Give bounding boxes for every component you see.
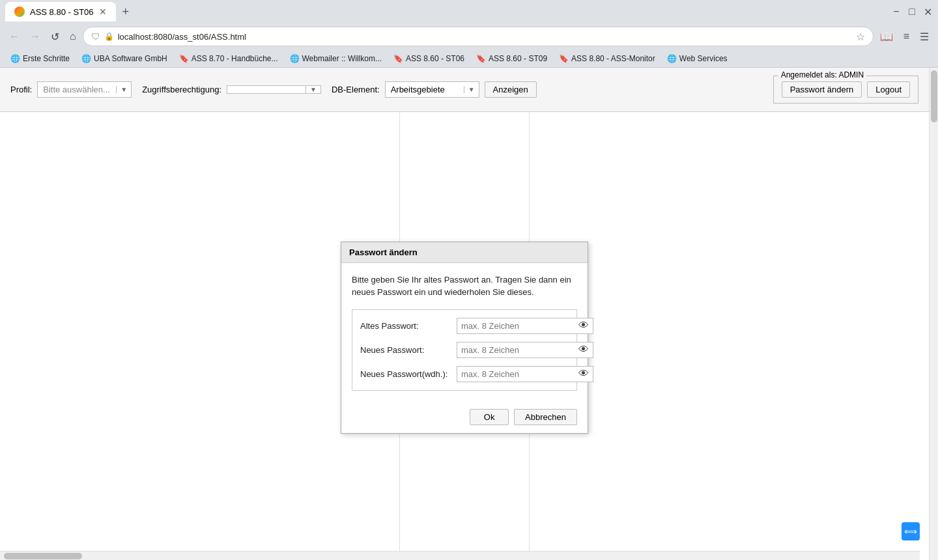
globe-icon: 🌐: [290, 54, 300, 63]
window-controls: − □ ✕: [891, 7, 933, 17]
nav-extras: 📖 ≡ ☰: [876, 28, 933, 46]
bookmark-label: UBA Software GmbH: [94, 54, 167, 63]
bookmark-erste-schritte[interactable]: 🌐 Erste Schritte: [5, 53, 75, 64]
neues-passwort-wdh-input[interactable]: [457, 367, 575, 382]
neues-passwort-eye-button[interactable]: 👁: [575, 343, 593, 357]
zugriffs-label: Zugriffsberechtigung:: [142, 85, 221, 94]
neues-passwort-row: Neues Passwort: 👁: [360, 342, 569, 358]
bookmark-label: Webmailer :: Willkom...: [302, 54, 382, 63]
admin-box-label: Angemeldet als: ADMIN: [778, 70, 866, 79]
dialog-title-bar: Passwort ändern: [341, 242, 588, 263]
profil-select-value[interactable]: Bitte auswählen...: [38, 82, 116, 97]
maximize-button[interactable]: □: [907, 7, 917, 17]
altes-passwort-eye-button[interactable]: 👁: [575, 318, 593, 333]
bookmark-icon: 🔖: [476, 54, 486, 63]
profil-label: Profil:: [10, 85, 32, 94]
zugriffs-select-value[interactable]: [227, 87, 306, 92]
address-bar[interactable]: 🛡 🔒 localhost:8080/ass_st06/ASS.html ☆: [83, 27, 874, 46]
nav-bar: ← → ↺ ⌂ 🛡 🔒 localhost:8080/ass_st06/ASS.…: [0, 23, 938, 49]
refresh-button[interactable]: ↺: [47, 28, 63, 46]
header-bar: Profil: Bitte auswählen... ▼ Zugriffsber…: [0, 68, 929, 112]
altes-passwort-input[interactable]: [457, 318, 575, 333]
dbelement-dropdown-arrow[interactable]: ▼: [464, 86, 479, 93]
dbelement-group: DB-Element: Arbeitsgebiete ▼ Anzeigen: [332, 81, 537, 98]
close-window-button[interactable]: ✕: [922, 7, 933, 17]
dialog-overlay: Passwort ändern Bitte geben Sie Ihr alte…: [0, 112, 929, 560]
dialog-fields: Altes Passwort: 👁 Neues Passwort:: [352, 309, 577, 391]
shield-icon: 🛡: [91, 31, 100, 42]
zugriffs-dropdown-arrow[interactable]: ▼: [306, 86, 320, 93]
bookmarks-bar: 🌐 Erste Schritte 🌐 UBA Software GmbH 🔖 A…: [0, 49, 938, 68]
lock-icon: 🔒: [104, 32, 114, 41]
tab-favicon: [14, 7, 25, 17]
vertical-scroll-thumb[interactable]: [931, 70, 937, 122]
globe-icon: 🌐: [81, 54, 91, 63]
bookmark-ass860-st06[interactable]: 🔖 ASS 8.60 - ST06: [388, 53, 470, 64]
active-tab[interactable]: ASS 8.80 - ST06 ✕: [5, 2, 116, 21]
forward-button[interactable]: →: [26, 28, 44, 45]
dbelement-select-container[interactable]: Arbeitsgebiete ▼: [385, 81, 479, 98]
bookmark-webmailer[interactable]: 🌐 Webmailer :: Willkom...: [285, 53, 387, 64]
dialog-title: Passwort ändern: [349, 247, 418, 257]
passwort-dialog: Passwort ändern Bitte geben Sie Ihr alte…: [341, 242, 588, 434]
bookmark-star-button[interactable]: ☆: [856, 31, 865, 43]
neues-passwort-wdh-row: Neues Passwort(wdh.): 👁: [360, 366, 569, 382]
profil-dropdown-arrow[interactable]: ▼: [116, 86, 131, 93]
altes-passwort-input-wrapper: 👁: [457, 318, 593, 334]
bookmark-web-services[interactable]: 🌐 Web Services: [662, 53, 733, 64]
altes-passwort-label: Altes Passwort:: [360, 321, 451, 331]
bookmark-ass880-monitor[interactable]: 🔖 ASS 8.80 - ASS-Monitor: [554, 53, 661, 64]
logout-button[interactable]: Logout: [867, 81, 910, 98]
bookmark-icon: 🔖: [179, 54, 189, 63]
profil-select-container[interactable]: Bitte auswählen... ▼: [37, 81, 132, 98]
minimize-button[interactable]: −: [891, 7, 902, 17]
zugriffs-select-container[interactable]: ▼: [227, 85, 321, 94]
page-content: Profil: Bitte auswählen... ▼ Zugriffsber…: [0, 68, 929, 560]
bookmark-label: ASS 8.60 - ST09: [489, 54, 547, 63]
bookmark-icon: 🔖: [559, 54, 569, 63]
admin-box-wrapper: Angemeldet als: ADMIN Passwort ändern Lo…: [773, 76, 918, 104]
collections-button[interactable]: ≡: [900, 28, 913, 45]
bookmark-label: Erste Schritte: [23, 54, 70, 63]
bookmark-ass870-handb[interactable]: 🔖 ASS 8.70 - Handbüche...: [174, 53, 283, 64]
address-text: localhost:8080/ass_st06/ASS.html: [118, 32, 852, 42]
tab-bar: ASS 8.80 - ST06 ✕ +: [5, 2, 883, 21]
neues-passwort-input-wrapper: 👁: [457, 342, 593, 358]
title-bar: ASS 8.80 - ST06 ✕ + − □ ✕: [0, 0, 938, 23]
page-area: Profil: Bitte auswählen... ▼ Zugriffsber…: [0, 68, 938, 560]
ok-button[interactable]: Ok: [470, 409, 509, 425]
back-button[interactable]: ←: [5, 28, 23, 45]
dbelement-label: DB-Element:: [332, 85, 380, 94]
globe-icon: 🌐: [10, 54, 20, 63]
dialog-description: Bitte geben Sie Ihr altes Passwort an. T…: [352, 273, 577, 299]
zugriffs-group: Zugriffsberechtigung: ▼: [142, 85, 321, 94]
vertical-scrollbar[interactable]: [929, 68, 938, 560]
main-content: Passwort ändern Bitte geben Sie Ihr alte…: [0, 112, 929, 560]
globe-icon: 🌐: [667, 54, 677, 63]
profil-group: Profil: Bitte auswählen... ▼: [10, 81, 132, 98]
bookmark-uba-software[interactable]: 🌐 UBA Software GmbH: [76, 53, 173, 64]
dialog-footer: Ok Abbrechen: [341, 401, 588, 433]
new-tab-button[interactable]: +: [117, 3, 135, 21]
abbrechen-button[interactable]: Abbrechen: [514, 409, 577, 425]
bookmark-icon: 🔖: [393, 54, 403, 63]
bookmark-label: ASS 8.60 - ST06: [406, 54, 464, 63]
neues-passwort-input[interactable]: [457, 343, 575, 357]
tab-title: ASS 8.80 - ST06: [30, 7, 94, 17]
tab-close-button[interactable]: ✕: [99, 7, 107, 17]
bookmark-label: ASS 8.70 - Handbüche...: [192, 54, 278, 63]
neues-passwort-label: Neues Passwort:: [360, 345, 451, 355]
neues-passwort-wdh-label: Neues Passwort(wdh.):: [360, 369, 451, 379]
menu-button[interactable]: ☰: [916, 28, 933, 46]
passwort-aendern-button[interactable]: Passwort ändern: [782, 81, 862, 98]
home-button[interactable]: ⌂: [66, 28, 80, 45]
bookmark-ass860-st09[interactable]: 🔖 ASS 8.60 - ST09: [471, 53, 552, 64]
anzeigen-button[interactable]: Anzeigen: [485, 81, 537, 98]
reading-list-button[interactable]: 📖: [876, 28, 897, 46]
neues-passwort-wdh-eye-button[interactable]: 👁: [575, 367, 593, 381]
dbelement-select-value[interactable]: Arbeitsgebiete: [386, 82, 464, 97]
neues-passwort-wdh-input-wrapper: 👁: [457, 366, 593, 382]
dialog-body: Bitte geben Sie Ihr altes Passwort an. T…: [341, 263, 588, 401]
admin-box: Angemeldet als: ADMIN Passwort ändern Lo…: [773, 76, 918, 104]
altes-passwort-row: Altes Passwort: 👁: [360, 318, 569, 334]
